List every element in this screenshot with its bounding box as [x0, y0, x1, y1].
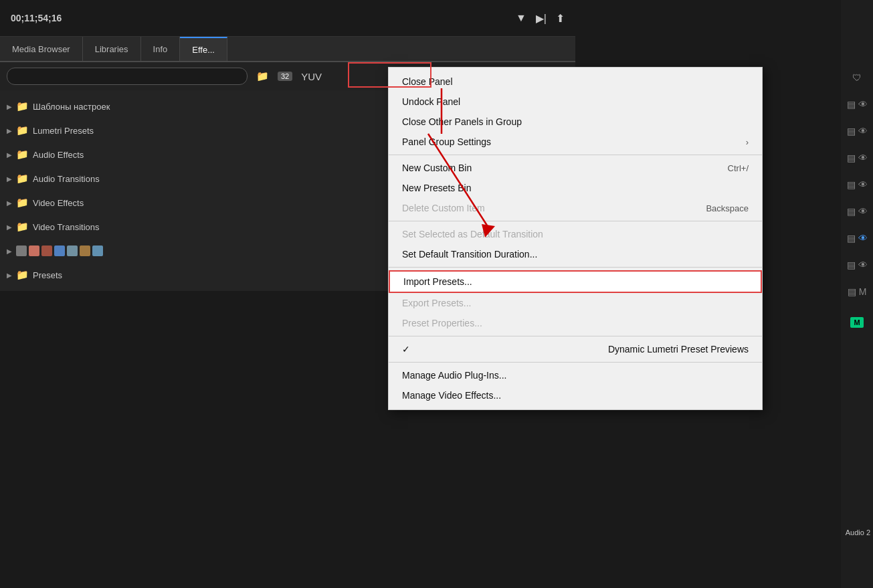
list-item[interactable]: ▶ 📁 Audio Effects: [0, 142, 408, 167]
eye-m-icon[interactable]: M: [859, 286, 867, 297]
sidebar-icon-row: ▤ 👁: [841, 120, 873, 142]
menu-item-close-panel[interactable]: Close Panel: [389, 72, 762, 92]
timecode: 00;11;54;16: [11, 13, 62, 23]
list-item[interactable]: ▶ 📁 Lumetri Presets: [0, 118, 408, 142]
menu-item-manage-audio-plugins[interactable]: Manage Audio Plug-Ins...: [389, 365, 762, 385]
tab-libraries[interactable]: Libraries: [83, 37, 141, 61]
list-item[interactable]: ▶ 📁 Шаблоны настроек: [0, 94, 408, 118]
shortcut-label: Backspace: [706, 203, 749, 213]
shortcut-label: Ctrl+/: [728, 163, 749, 173]
menu-item-close-other-panels[interactable]: Close Other Panels in Group: [389, 112, 762, 132]
chevron-icon: ▶: [7, 272, 12, 279]
menu-item-set-default-duration[interactable]: Set Default Transition Duration...: [389, 244, 762, 264]
search-input[interactable]: [7, 68, 248, 85]
green-m-badge: M: [850, 317, 863, 328]
item-label: Lumetri Presets: [33, 126, 94, 136]
chevron-icon: ▶: [7, 199, 12, 207]
menu-item-panel-group-settings[interactable]: Panel Group Settings ›: [389, 132, 762, 152]
item-label: Presets: [33, 270, 62, 280]
right-sidebar: 🛡 ▤ 👁 ▤ 👁 ▤ 👁 ▤ 👁 ▤ 👁 ▤ 👁 ▤ 👁 ▤ M M Audi…: [841, 0, 873, 588]
eye-icon[interactable]: 👁: [858, 99, 868, 110]
panel-icon[interactable]: ▤: [847, 260, 856, 270]
eye-blue-icon[interactable]: 👁: [858, 233, 868, 243]
swatch: [80, 246, 90, 256]
eye-icon[interactable]: 👁: [858, 126, 868, 136]
menu-separator: [389, 221, 762, 221]
item-label: Video Transitions: [33, 222, 100, 232]
tab-effects[interactable]: Effe...: [180, 37, 227, 61]
yuv-btn[interactable]: YUV: [298, 70, 325, 84]
context-menu: Close Panel Undock Panel Close Other Pan…: [388, 67, 763, 410]
menu-item-new-presets-bin[interactable]: New Presets Bin: [389, 178, 762, 198]
filter-icon[interactable]: ▼: [516, 12, 526, 24]
panel-icon[interactable]: ▤: [847, 179, 856, 190]
menu-item-dynamic-lumetri[interactable]: ✓ Dynamic Lumetri Preset Previews: [389, 339, 762, 359]
export-icon[interactable]: ⬆: [556, 12, 565, 25]
top-icons: ▼ ▶| ⬆: [516, 12, 565, 25]
submenu-chevron-icon: ›: [746, 137, 749, 147]
folder-icon: 📁: [16, 149, 29, 161]
swatch: [92, 246, 103, 256]
folder-icon: 📁: [16, 197, 29, 209]
sidebar-icon-row: 🛡: [841, 67, 873, 88]
menu-item-delete-custom-item: Delete Custom Item Backspace: [389, 198, 762, 218]
menu-separator: [389, 155, 762, 155]
sidebar-icon-row: ▤ 👁: [841, 254, 873, 276]
folder-icon: 📁: [16, 221, 29, 233]
menu-item-import-presets[interactable]: Import Presets...: [389, 270, 762, 293]
chevron-icon: ▶: [7, 248, 12, 255]
menu-separator: [389, 267, 762, 268]
menu-item-preset-properties: Preset Properties...: [389, 313, 762, 333]
eye-icon[interactable]: 👁: [858, 260, 868, 270]
swatch: [54, 246, 65, 256]
panel-icon[interactable]: ▤: [847, 126, 856, 136]
item-label: Audio Effects: [33, 150, 84, 160]
eye-icon[interactable]: 👁: [858, 206, 868, 217]
list-item[interactable]: ▶ 📁 Presets: [0, 263, 408, 287]
panel-icon[interactable]: ▤: [847, 99, 856, 110]
shield-icon: 🛡: [852, 72, 862, 83]
menu-item-set-default-transition: Set Selected as Default Transition: [389, 224, 762, 244]
menu-item-undock-panel[interactable]: Undock Panel: [389, 92, 762, 112]
swatch: [29, 246, 39, 256]
star-folder-icon: 📁: [16, 269, 29, 281]
audio2-label-wrap: Audio 2: [846, 526, 870, 538]
folder-icon: 📁: [16, 173, 29, 185]
sidebar-icon-row: ▤ 👁: [841, 94, 873, 115]
tab-media-browser[interactable]: Media Browser: [0, 37, 83, 61]
item-label: Audio Transitions: [33, 174, 100, 184]
list-item[interactable]: ▶ 📁 Audio Transitions: [0, 167, 408, 191]
list-item[interactable]: ▶: [0, 239, 408, 263]
item-label: Video Effects: [33, 198, 84, 208]
list-item[interactable]: ▶ 📁 Video Transitions: [0, 215, 408, 239]
play-icon[interactable]: ▶|: [536, 12, 547, 25]
sidebar-icon-row: ▤ 👁: [841, 201, 873, 222]
chevron-icon: ▶: [7, 127, 12, 134]
sidebar-icon-row: ▤ M: [841, 281, 873, 302]
swatch: [67, 246, 78, 256]
search-wrap: 🔍: [7, 68, 248, 85]
menu-separator: [389, 336, 762, 336]
audio2-label: Audio 2: [846, 528, 870, 536]
badge-32: 32: [278, 72, 292, 81]
menu-item-export-presets: Export Presets...: [389, 293, 762, 313]
menu-item-manage-video-effects[interactable]: Manage Video Effects...: [389, 385, 762, 405]
sidebar-icon-row: ▤ 👁: [841, 174, 873, 195]
menu-separator: [389, 362, 762, 363]
checkmark-icon: ✓: [402, 344, 410, 355]
tab-info[interactable]: Info: [141, 37, 181, 61]
top-bar: 00;11;54;16 ▼ ▶| ⬆: [0, 0, 575, 37]
eye-icon[interactable]: 👁: [858, 179, 868, 190]
green-m-badge-wrap: M: [850, 316, 863, 328]
list-item[interactable]: ▶ 📁 Video Effects: [0, 191, 408, 215]
panel-icon[interactable]: ▤: [847, 233, 856, 243]
eye-icon[interactable]: 👁: [858, 153, 868, 163]
panel-icon[interactable]: ▤: [847, 206, 856, 217]
chevron-icon: ▶: [7, 175, 12, 183]
panel-icon[interactable]: ▤: [848, 286, 856, 297]
swatch: [41, 246, 52, 256]
folder-icon-btn[interactable]: 📁: [253, 69, 272, 84]
menu-item-new-custom-bin[interactable]: New Custom Bin Ctrl+/: [389, 158, 762, 178]
chevron-icon: ▶: [7, 223, 12, 231]
panel-icon[interactable]: ▤: [847, 153, 856, 163]
